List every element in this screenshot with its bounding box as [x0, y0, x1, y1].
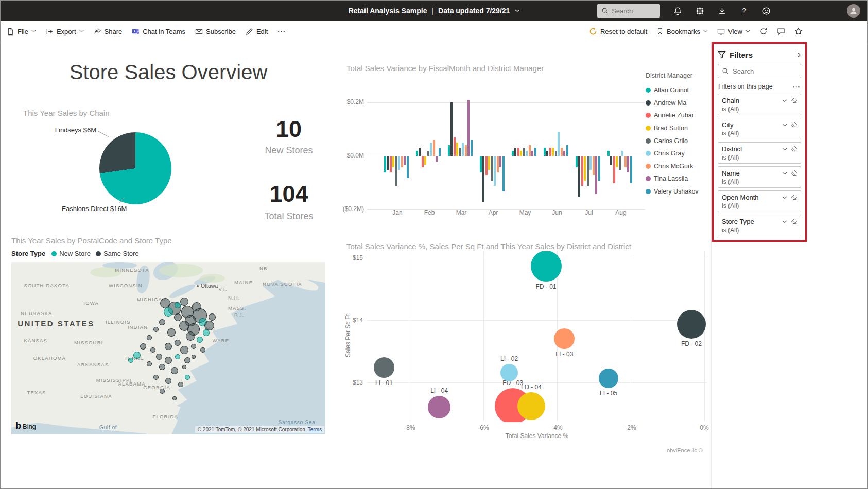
bar-Feb-6[interactable]: [433, 140, 435, 156]
map-bubble[interactable]: [204, 321, 214, 330]
legend-item[interactable]: Same Store: [96, 250, 139, 257]
bar-Jul-7[interactable]: [595, 156, 597, 194]
chevron-down-icon[interactable]: [782, 196, 787, 199]
legend-item[interactable]: Chris McGurk: [646, 160, 710, 173]
edit-button[interactable]: Edit: [246, 28, 268, 36]
map-bubble[interactable]: [197, 337, 203, 343]
map-bubble[interactable]: [165, 343, 172, 350]
file-menu[interactable]: File: [7, 28, 36, 36]
bar-Apr-8[interactable]: [502, 156, 505, 191]
bar-Jun-0[interactable]: [544, 148, 546, 156]
legend-item[interactable]: Allan Guinot: [646, 84, 710, 97]
chevron-down-icon[interactable]: [782, 148, 787, 151]
bar-Mar-8[interactable]: [471, 140, 473, 156]
bar-Jun-1[interactable]: [546, 151, 548, 156]
bar-Apr-4[interactable]: [491, 156, 493, 181]
scatter-bubble-LI-02[interactable]: [500, 364, 518, 381]
kpi-new-stores-value[interactable]: 10: [237, 117, 340, 141]
map-bubble[interactable]: [186, 331, 195, 341]
map-bubble[interactable]: [185, 375, 190, 380]
map-bubble[interactable]: [164, 307, 173, 317]
map-bubble[interactable]: [175, 302, 181, 308]
bar-Jan-3[interactable]: [392, 156, 394, 167]
settings-gear-icon[interactable]: [696, 7, 704, 15]
bar-May-1[interactable]: [514, 148, 516, 156]
legend-item[interactable]: Chris Gray: [646, 147, 710, 160]
map-bubble[interactable]: [156, 354, 162, 360]
legend-item[interactable]: Brad Sutton: [646, 122, 710, 135]
chat-in-teams-button[interactable]: T Chat in Teams: [132, 28, 185, 36]
bar-May-0[interactable]: [512, 151, 514, 156]
bar-Feb-3[interactable]: [424, 156, 426, 165]
bar-Feb-7[interactable]: [436, 156, 438, 162]
map-bubble[interactable]: [165, 357, 172, 364]
bar-Jan-0[interactable]: [384, 156, 386, 172]
bar-Feb-1[interactable]: [419, 148, 421, 156]
account-avatar[interactable]: [847, 4, 860, 18]
more-options-button[interactable]: ···: [277, 28, 286, 36]
bar-Jun-8[interactable]: [566, 145, 568, 156]
bar-Jul-0[interactable]: [576, 156, 578, 167]
filter-card-name[interactable]: Name is (All): [718, 166, 801, 188]
pie-chart[interactable]: [99, 132, 171, 204]
map-bubble[interactable]: [150, 347, 155, 353]
scatter-bubble-LI-05[interactable]: [599, 369, 618, 388]
scatter-bubble-FD-04[interactable]: [517, 392, 545, 420]
bar-Jun-7[interactable]: [563, 151, 565, 156]
bar-Jul-4[interactable]: [587, 156, 589, 186]
map-bubble[interactable]: [192, 355, 196, 359]
filters-more-options[interactable]: ···: [793, 83, 801, 90]
bar-Aug-5[interactable]: [621, 151, 623, 156]
eraser-icon[interactable]: [791, 146, 797, 152]
eraser-icon[interactable]: [791, 218, 797, 225]
refresh-icon[interactable]: [759, 27, 768, 36]
favorite-star-icon[interactable]: [794, 27, 803, 36]
bar-Jul-6[interactable]: [593, 156, 595, 175]
bar-Apr-2[interactable]: [485, 156, 488, 175]
help-icon[interactable]: ?: [740, 7, 749, 15]
eraser-icon[interactable]: [791, 170, 797, 177]
report-title-group[interactable]: Retail Analysis Sample | Data updated 7/…: [349, 7, 520, 15]
view-menu[interactable]: View: [717, 28, 750, 36]
comments-icon[interactable]: [777, 27, 785, 36]
bar-Jul-2[interactable]: [581, 156, 583, 186]
map-bubble[interactable]: [178, 382, 183, 387]
map-bubble[interactable]: [153, 375, 159, 380]
map-bubble[interactable]: [182, 365, 186, 369]
map-bubble[interactable]: [180, 346, 188, 354]
bar-May-7[interactable]: [531, 151, 533, 156]
chevron-down-icon[interactable]: [782, 99, 787, 102]
feedback-smiley-icon[interactable]: [762, 7, 771, 15]
legend-item[interactable]: Carlos Grilo: [646, 134, 710, 147]
legend-item[interactable]: New Store: [51, 250, 91, 257]
bar-May-4[interactable]: [523, 148, 525, 156]
download-icon[interactable]: [718, 7, 726, 15]
bar-May-3[interactable]: [520, 151, 522, 156]
map-bubble[interactable]: [209, 313, 216, 321]
map-bubble[interactable]: [133, 352, 141, 359]
map-bubble[interactable]: [159, 319, 165, 325]
chevron-down-icon[interactable]: [782, 172, 787, 175]
bar-Apr-0[interactable]: [480, 156, 482, 172]
bar-Jul-1[interactable]: [578, 156, 580, 197]
map-bubble[interactable]: [171, 367, 178, 374]
map-bubble[interactable]: [175, 340, 181, 346]
map-bubble[interactable]: [140, 343, 146, 350]
chevron-down-icon[interactable]: [782, 124, 787, 127]
filter-card-chain[interactable]: Chain is (All): [718, 94, 801, 115]
eraser-icon[interactable]: [791, 121, 797, 128]
bar-Feb-4[interactable]: [427, 151, 429, 156]
bar-Apr-6[interactable]: [497, 156, 499, 172]
map-bubble[interactable]: [200, 347, 205, 353]
bar-Feb-2[interactable]: [422, 156, 424, 167]
share-button[interactable]: Share: [94, 28, 123, 36]
bar-May-6[interactable]: [529, 145, 531, 156]
notifications-bell-icon[interactable]: [673, 7, 682, 15]
bar-Aug-0[interactable]: [607, 151, 610, 156]
map-bubble[interactable]: [159, 364, 165, 370]
bing-logo[interactable]: bBing: [15, 421, 36, 431]
bar-Jan-5[interactable]: [398, 156, 400, 170]
map-bubble[interactable]: [184, 357, 190, 363]
map-visual[interactable]: NBMAINENOVA SCOTIAOttawaVT.N.H.MINNESOTA…: [11, 262, 325, 434]
map-bubble[interactable]: [175, 354, 180, 359]
